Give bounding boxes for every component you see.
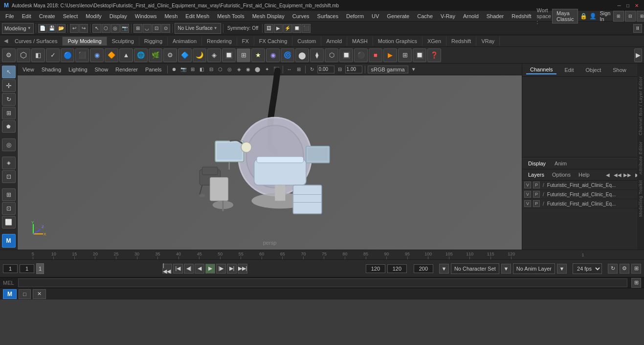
- render4-icon[interactable]: ⬛: [302, 24, 311, 33]
- tab-rendering[interactable]: Rendering: [202, 37, 237, 46]
- scroll-left-icon[interactable]: ◀: [2, 38, 10, 44]
- tab-animation[interactable]: Animation: [168, 37, 202, 46]
- vp-menu-lighting[interactable]: Lighting: [66, 66, 90, 73]
- maya-logo-button[interactable]: M: [2, 234, 16, 248]
- jump-start-button[interactable]: |◀◀: [162, 264, 172, 274]
- layers-tab-help[interactable]: Help: [576, 171, 593, 179]
- toolbar-icon-3[interactable]: ⊞: [637, 11, 644, 22]
- vp-menu-view[interactable]: View: [20, 66, 37, 73]
- channel-tab-display[interactable]: Display: [525, 160, 549, 167]
- layer-visibility-3[interactable]: V: [524, 200, 531, 207]
- live-surface-dropdown[interactable]: No Live Surface ▼: [175, 23, 221, 34]
- channel-tab-object[interactable]: Object: [581, 66, 605, 74]
- render3-icon[interactable]: 🔲: [292, 24, 301, 33]
- scale-tool-button[interactable]: ⊞: [2, 107, 16, 119]
- shelf-icon-20[interactable]: ⬤: [295, 48, 309, 62]
- layer-visibility-2[interactable]: V: [524, 191, 531, 198]
- shelf-icon-1[interactable]: ⬡: [17, 48, 30, 62]
- taskbar-window-1[interactable]: □: [19, 289, 31, 299]
- tab-rigging[interactable]: Rigging: [139, 37, 168, 46]
- char-set-dropdown-btn2[interactable]: ▼: [501, 264, 511, 274]
- shelf-gear[interactable]: ⚙: [2, 48, 16, 62]
- render2-icon[interactable]: ▶: [274, 24, 283, 33]
- prev-key-button[interactable]: |◀: [173, 264, 183, 274]
- layer-visibility-1[interactable]: V: [524, 182, 531, 188]
- redo-icon[interactable]: ↪: [79, 24, 88, 33]
- save-icon[interactable]: 💾: [47, 24, 56, 33]
- select-region-button[interactable]: ⬜: [2, 216, 16, 229]
- menu-shader[interactable]: Shader: [483, 12, 507, 20]
- tab-poly-modeling[interactable]: Poly Modeling: [63, 37, 107, 46]
- shelf-icon-26[interactable]: ▶: [383, 48, 397, 62]
- side-tab-attribute-editor[interactable]: Attribute Editor: [637, 138, 644, 178]
- snap-tools-button[interactable]: ⊡: [2, 170, 16, 183]
- shelf-icon-5[interactable]: ⬛: [75, 48, 89, 62]
- menu-vray[interactable]: V-Ray: [437, 12, 459, 20]
- layer-p-1[interactable]: P: [533, 182, 540, 188]
- layers-tab-layers[interactable]: Layers: [525, 171, 547, 179]
- tab-vray[interactable]: VRay: [476, 37, 500, 46]
- render-icon[interactable]: 🖼: [265, 24, 273, 33]
- channel-tab-channels[interactable]: Channels: [526, 66, 556, 74]
- shelf-icon-8[interactable]: ▲: [119, 48, 133, 62]
- tab-fx-caching[interactable]: FX Caching: [254, 37, 292, 46]
- menu-select[interactable]: Select: [60, 12, 82, 20]
- prev-frame-button[interactable]: ◀|: [184, 264, 194, 274]
- menu-redshift[interactable]: Redshift: [508, 12, 534, 20]
- grid-button[interactable]: ⊞: [2, 188, 16, 201]
- fps-dropdown[interactable]: 24 fps 30 fps 60 fps: [573, 263, 602, 274]
- minimize-button[interactable]: ─: [616, 2, 622, 9]
- vp-val2-input[interactable]: [345, 66, 362, 73]
- menu-deform[interactable]: Deform: [343, 12, 367, 20]
- tab-motion-graphics[interactable]: Motion Graphics: [373, 37, 422, 46]
- shelf-icon-21[interactable]: ⧫: [310, 48, 324, 62]
- current-frame-display[interactable]: [20, 264, 34, 273]
- snap-curve-icon[interactable]: ◡: [143, 24, 152, 33]
- camera-icon[interactable]: 📷: [120, 24, 129, 33]
- shelf-icon-22[interactable]: ⬡: [325, 48, 338, 62]
- menu-mesh-display[interactable]: Mesh Display: [249, 12, 288, 20]
- status-icon-btn[interactable]: ⊞: [631, 278, 641, 288]
- shelf-icon-23[interactable]: 🔲: [339, 48, 353, 62]
- max-frame-input2[interactable]: [414, 264, 433, 273]
- tab-mash[interactable]: MASH: [347, 37, 373, 46]
- char-set-dropdown-btn[interactable]: ▼: [439, 264, 449, 274]
- max-frame-input[interactable]: [387, 264, 407, 273]
- shelf-icon-9[interactable]: 🌐: [134, 48, 148, 62]
- open-icon[interactable]: 📂: [57, 24, 66, 33]
- playback-settings-btn[interactable]: ↻: [608, 264, 618, 274]
- taskbar-window-close[interactable]: ✕: [33, 289, 46, 299]
- layers-tab-options[interactable]: Options: [549, 171, 574, 179]
- workspace-value[interactable]: Maya Classic: [552, 9, 578, 23]
- toolbar-icon-1[interactable]: ⊞: [613, 11, 624, 22]
- mel-input[interactable]: [18, 278, 627, 287]
- tab-xgen[interactable]: XGen: [422, 37, 446, 46]
- channel-tab-show[interactable]: Show: [609, 66, 630, 74]
- menu-edit-mesh[interactable]: Edit Mesh: [182, 12, 213, 20]
- menu-edit[interactable]: Edit: [19, 12, 35, 20]
- tab-redshift[interactable]: Redshift: [446, 37, 476, 46]
- menu-curves[interactable]: Curves: [289, 12, 313, 20]
- play-forward-button[interactable]: ▶: [205, 264, 215, 274]
- tab-custom[interactable]: Custom: [292, 37, 321, 46]
- next-key-button[interactable]: ▶|: [227, 264, 237, 274]
- shelf-icon-19[interactable]: 🌀: [281, 48, 294, 62]
- menu-arnold[interactable]: Arnold: [460, 12, 482, 20]
- playback-icon-btn3[interactable]: ⊞: [631, 264, 641, 274]
- paint-select-icon[interactable]: ◎: [111, 24, 120, 33]
- menu-modify[interactable]: Modify: [82, 12, 105, 20]
- new-file-icon[interactable]: 📄: [38, 24, 47, 33]
- toolbar-icon-2[interactable]: ⊟: [625, 11, 636, 22]
- end-range-input[interactable]: [366, 264, 385, 273]
- tab-fx[interactable]: FX: [237, 37, 254, 46]
- vp-menu-renderer[interactable]: Renderer: [112, 66, 141, 73]
- shelf-icon-16[interactable]: ⊞: [237, 48, 250, 62]
- layers-icon-3[interactable]: ▶▶: [623, 171, 631, 179]
- anim-layer-dropdown-btn[interactable]: ▼: [557, 264, 567, 274]
- snap-grid-icon[interactable]: ⊞: [133, 24, 142, 33]
- snap-view-icon[interactable]: ⊙: [161, 24, 170, 33]
- shelf-icon-29[interactable]: ❓: [427, 48, 441, 62]
- channel-tab-anim[interactable]: Anim: [552, 160, 570, 167]
- rotate-tool-button[interactable]: ↻: [2, 93, 16, 106]
- no-anim-layer-button[interactable]: No Anim Layer: [513, 263, 555, 274]
